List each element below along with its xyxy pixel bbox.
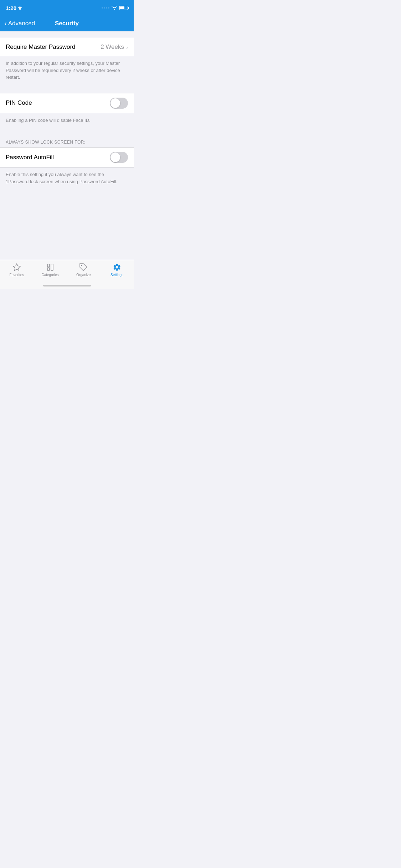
status-icons	[102, 6, 128, 10]
section-gap-top	[0, 31, 134, 38]
battery-icon	[119, 6, 128, 10]
master-password-chevron-icon: ›	[126, 44, 128, 50]
pin-code-description-row: Enabling a PIN code will disable Face ID…	[0, 113, 134, 130]
always-show-header-text: ALWAYS SHOW LOCK SCREEN FOR:	[6, 140, 86, 145]
password-autofill-row: Password AutoFill	[0, 148, 134, 167]
master-password-label: Require Master Password	[6, 43, 76, 51]
signal-icon	[102, 7, 109, 9]
tab-organize[interactable]: Organize	[67, 263, 101, 277]
page-title: Security	[55, 20, 79, 27]
content-area: Require Master Password 2 Weeks › In add…	[0, 31, 134, 260]
svg-rect-3	[51, 264, 53, 270]
master-password-description: In addition to your regular security set…	[6, 61, 120, 80]
location-icon	[18, 6, 22, 10]
tab-organize-label: Organize	[76, 273, 91, 277]
back-label: Advanced	[8, 20, 35, 27]
password-autofill-description: Enable this setting if you always want t…	[6, 172, 118, 184]
settings-icon	[113, 263, 121, 272]
wifi-icon	[112, 6, 117, 10]
svg-rect-2	[47, 268, 50, 270]
master-password-group: Require Master Password 2 Weeks ›	[0, 38, 134, 56]
tab-favorites[interactable]: Favorites	[0, 263, 34, 277]
pin-code-toggle[interactable]	[110, 98, 128, 109]
pin-code-row: PIN Code	[0, 93, 134, 113]
master-password-description-row: In addition to your regular security set…	[0, 56, 134, 87]
pin-code-label: PIN Code	[6, 99, 32, 107]
svg-rect-1	[47, 264, 50, 267]
password-autofill-toggle[interactable]	[110, 152, 128, 163]
back-button[interactable]: ‹ Advanced	[4, 20, 35, 27]
tab-settings-label: Settings	[110, 273, 123, 277]
nav-bar: ‹ Advanced Security	[0, 16, 134, 31]
master-password-value-row: 2 Weeks ›	[101, 43, 128, 51]
section-gap-2	[0, 87, 134, 93]
section-gap-3	[0, 129, 134, 136]
time-display: 1:20	[6, 5, 16, 11]
svg-marker-0	[13, 264, 20, 270]
tab-favorites-label: Favorites	[9, 273, 24, 277]
master-password-value: 2 Weeks	[101, 43, 124, 51]
master-password-row[interactable]: Require Master Password 2 Weeks ›	[0, 38, 134, 56]
back-chevron-icon: ‹	[4, 19, 7, 27]
pin-code-description: Enabling a PIN code will disable Face ID…	[6, 118, 91, 123]
pin-code-group: PIN Code	[0, 93, 134, 113]
status-time: 1:20	[6, 5, 22, 11]
password-autofill-toggle-thumb	[110, 153, 120, 162]
home-indicator	[43, 285, 91, 286]
organize-icon	[79, 263, 88, 272]
favorites-icon	[12, 263, 21, 272]
status-bar: 1:20	[0, 0, 134, 16]
tab-settings[interactable]: Settings	[100, 263, 134, 277]
always-show-section-header: ALWAYS SHOW LOCK SCREEN FOR:	[0, 136, 134, 147]
password-autofill-description-row: Enable this setting if you always want t…	[0, 167, 134, 191]
password-autofill-group: Password AutoFill	[0, 147, 134, 167]
pin-code-toggle-thumb	[110, 98, 120, 108]
password-autofill-label: Password AutoFill	[6, 154, 54, 161]
categories-icon	[46, 263, 55, 272]
tab-categories[interactable]: Categories	[34, 263, 67, 277]
tab-categories-label: Categories	[41, 273, 58, 277]
